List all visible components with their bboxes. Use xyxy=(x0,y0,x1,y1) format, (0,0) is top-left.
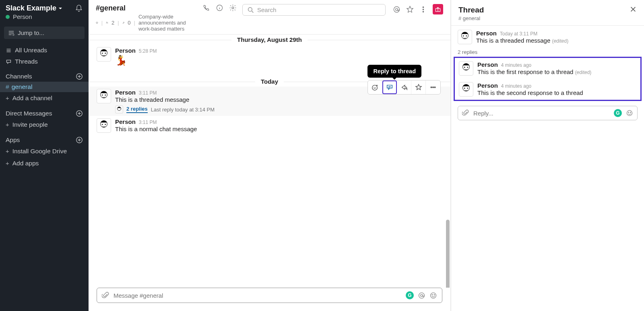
info-icon[interactable] xyxy=(216,4,223,12)
share-button[interactable] xyxy=(397,80,411,94)
avatar[interactable] xyxy=(459,61,473,76)
thread-text: This is a threaded message xyxy=(476,37,550,44)
gear-icon[interactable] xyxy=(229,4,237,12)
thread-root-message[interactable]: Person Today at 3:11 PM This is a thread… xyxy=(451,26,644,48)
thread-title: Thread xyxy=(458,6,484,14)
reply-text: This is the first response to a thread xyxy=(477,68,573,75)
reply-author[interactable]: Person xyxy=(477,61,498,68)
add-reaction-button[interactable] xyxy=(368,80,382,94)
message-row[interactable]: Reply to thread Person 3:11 PM This is a… xyxy=(89,87,450,116)
reply-thread-button[interactable] xyxy=(382,80,397,94)
search-input[interactable]: Search xyxy=(242,4,386,16)
star-outline-icon[interactable] xyxy=(96,20,98,25)
emoji-icon[interactable] xyxy=(429,292,437,299)
thread-composer[interactable]: G xyxy=(458,106,638,120)
thread-reply[interactable]: Person 4 minutes ago This is the first r… xyxy=(455,58,640,79)
pin-icon[interactable] xyxy=(122,20,125,25)
hash-icon: # xyxy=(6,83,9,91)
sidebar: Slack Example Person Jump to... All Unre… xyxy=(0,0,89,311)
message-row[interactable]: Person 3:11 PM This is a normal chat mes… xyxy=(89,116,450,135)
thread-icon xyxy=(6,59,12,65)
svg-point-23 xyxy=(105,95,106,95)
attach-icon[interactable] xyxy=(462,109,469,117)
svg-point-40 xyxy=(464,88,465,89)
main-pane: #general | 2 | 0 | Company-wide announce… xyxy=(89,0,451,311)
svg-point-20 xyxy=(434,87,436,88)
close-thread-button[interactable] xyxy=(630,6,637,14)
gift-button[interactable] xyxy=(433,4,443,14)
presence-row[interactable]: Person xyxy=(0,13,89,24)
thread-author[interactable]: Person xyxy=(476,30,497,37)
thread-subtitle: # general xyxy=(458,15,484,21)
star-message-button[interactable] xyxy=(411,80,426,94)
grammarly-icon[interactable]: G xyxy=(406,291,414,299)
svg-point-26 xyxy=(102,124,103,125)
svg-point-12 xyxy=(423,11,424,12)
message-composer[interactable]: G xyxy=(97,288,442,303)
invite-people[interactable]: + Invite people xyxy=(0,119,89,131)
message-author[interactable]: Person xyxy=(115,47,136,54)
add-app-icon[interactable] xyxy=(76,136,83,144)
svg-point-44 xyxy=(630,112,631,113)
reply-author[interactable]: Person xyxy=(477,82,498,89)
message-list: Thursday, August 29th Person 5:28 PM 💃 T… xyxy=(89,35,450,288)
compose-input[interactable] xyxy=(114,292,402,299)
avatar[interactable] xyxy=(97,47,111,62)
svg-point-22 xyxy=(102,95,103,95)
channel-title: #general xyxy=(96,4,197,12)
attach-icon[interactable] xyxy=(102,292,109,299)
svg-point-6 xyxy=(232,7,234,9)
avatar[interactable] xyxy=(459,82,473,97)
at-icon[interactable] xyxy=(418,292,425,299)
tooltip: Reply to thread xyxy=(367,65,421,78)
reply-text: This is the second response to a thread xyxy=(477,89,636,96)
presence-user: Person xyxy=(13,13,32,20)
more-actions-button[interactable] xyxy=(426,80,440,94)
channel-topic: Company-wide announcements and work-base… xyxy=(138,14,197,32)
svg-point-31 xyxy=(432,294,433,295)
dm-heading: Direct Messages xyxy=(6,110,52,117)
message-actions xyxy=(367,80,441,95)
svg-point-17 xyxy=(372,85,377,91)
phone-icon[interactable] xyxy=(202,4,210,12)
chevron-down-icon xyxy=(58,6,63,11)
message-text: This is a threaded message xyxy=(115,96,442,103)
add-apps[interactable]: + Add apps xyxy=(0,157,89,169)
svg-point-7 xyxy=(248,7,252,11)
add-channel-icon[interactable] xyxy=(76,73,83,80)
thread-reply-input[interactable] xyxy=(473,110,610,117)
bell-icon[interactable] xyxy=(75,4,83,12)
channel-general[interactable]: # general xyxy=(0,82,89,92)
svg-point-16 xyxy=(105,53,106,54)
avatar[interactable] xyxy=(458,30,472,44)
last-reply: Last reply today at 3:14 PM xyxy=(151,107,215,113)
workspace-switcher[interactable]: Slack Example xyxy=(6,4,63,12)
edited-label: (edited) xyxy=(575,70,592,75)
threads-nav[interactable]: Threads xyxy=(0,56,89,67)
members-icon[interactable] xyxy=(106,20,108,25)
avatar[interactable] xyxy=(97,118,111,133)
more-vert-icon[interactable] xyxy=(419,6,427,13)
mentions-icon[interactable] xyxy=(393,6,400,13)
emoji-icon[interactable] xyxy=(626,109,633,117)
thread-reply[interactable]: Person 4 minutes ago This is the second … xyxy=(455,79,640,100)
message-author[interactable]: Person xyxy=(115,118,136,125)
message-time: 3:11 PM xyxy=(139,119,157,125)
grammarly-icon[interactable]: G xyxy=(614,109,622,117)
add-dm-icon[interactable] xyxy=(76,110,83,117)
avatar[interactable] xyxy=(97,89,111,103)
scrollbar[interactable] xyxy=(446,220,450,288)
star-icon[interactable] xyxy=(406,6,414,13)
replies-link[interactable]: 2 replies xyxy=(126,106,148,113)
jump-to-input[interactable]: Jump to... xyxy=(4,27,85,39)
add-channel-button[interactable]: + Add a channel xyxy=(0,92,89,104)
svg-point-43 xyxy=(628,112,629,113)
plus-icon: + xyxy=(6,121,9,128)
install-google-drive[interactable]: + Install Google Drive xyxy=(0,145,89,157)
message-author[interactable]: Person xyxy=(115,89,136,96)
date-divider: Thursday, August 29th xyxy=(231,36,308,43)
all-unreads[interactable]: All Unreads xyxy=(0,45,89,56)
thread-replies-highlight: Person 4 minutes ago This is the first r… xyxy=(454,57,642,101)
member-count: 2 xyxy=(111,20,114,26)
reply-time: 4 minutes ago xyxy=(501,62,531,68)
